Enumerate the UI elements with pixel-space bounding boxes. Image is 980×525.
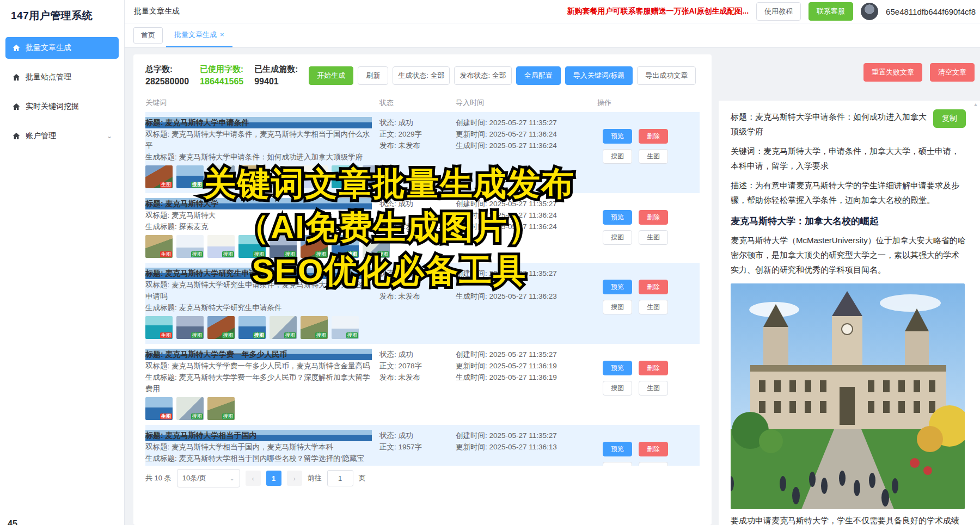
article-double-title: 双标题: 麦克马斯特大学研究生申请条件，麦克马斯特大学研究生容易申请吗 bbox=[145, 279, 372, 302]
search-image-tag: 搜图 bbox=[284, 251, 296, 257]
search-image-tag: 搜图 bbox=[315, 332, 327, 338]
generate-image-button[interactable]: 生图 bbox=[639, 381, 668, 396]
col-import-time: 导入时间 bbox=[456, 98, 597, 108]
clear-articles-button[interactable]: 清空文章 bbox=[930, 63, 975, 82]
time-cell: 创建时间: 2025-05-27 11:35:27更新时间: 2025-05-2… bbox=[456, 430, 597, 466]
tutorial-button[interactable]: 使用教程 bbox=[756, 2, 801, 21]
sidebar-item-keyword-mining[interactable]: 实时关键词挖掘 bbox=[5, 96, 119, 118]
start-generate-button[interactable]: 开始生成 bbox=[309, 66, 353, 85]
publish-status-select[interactable]: 发布状态: 全部 bbox=[454, 66, 511, 85]
search-image-tag: 搜图 bbox=[346, 251, 358, 257]
search-image-button[interactable]: 搜图 bbox=[603, 149, 632, 164]
article-thumbnail[interactable]: 搜图 bbox=[363, 165, 390, 188]
article-thumbnail[interactable]: 生图 bbox=[145, 316, 173, 339]
breadcrumb: 批量文章生成 bbox=[134, 7, 180, 16]
article-thumbnail[interactable]: 生图 bbox=[145, 235, 173, 258]
sidebar-item-batch-article[interactable]: 批量文章生成 bbox=[5, 37, 119, 59]
sidebar-item-label: 批量站点管理 bbox=[26, 72, 71, 82]
article-thumbnail[interactable]: 搜图 bbox=[238, 316, 266, 339]
search-image-button[interactable]: 搜图 bbox=[603, 300, 632, 314]
next-page-button[interactable]: › bbox=[287, 471, 302, 486]
export-success-button[interactable]: 导出成功文章 bbox=[637, 66, 696, 85]
delete-button[interactable]: 删除 bbox=[639, 210, 668, 225]
article-title: 标题: 麦克马斯特大学研究生申请条件 bbox=[145, 268, 372, 279]
home-icon bbox=[12, 102, 21, 111]
article-thumbnail[interactable]: 搜图 bbox=[238, 235, 266, 258]
current-page[interactable]: 1 bbox=[266, 471, 281, 486]
article-thumbnail[interactable]: 搜图 bbox=[301, 235, 328, 258]
article-thumbnail[interactable]: 搜图 bbox=[363, 235, 390, 258]
col-keyword: 关键词 bbox=[145, 98, 379, 108]
search-image-tag: 搜图 bbox=[191, 413, 203, 419]
article-row: 标题: 麦克马斯特大学相当于国内双标题: 麦克马斯特大学相当于国内，麦克马斯特大… bbox=[145, 425, 700, 466]
per-page-select[interactable]: 10条/页 ⌄ bbox=[177, 469, 240, 487]
article-generated-title: 生成标题: 麦克马斯特大学申请条件：如何成功进入加拿大顶级学府 bbox=[145, 151, 372, 163]
preview-button[interactable]: 预览 bbox=[603, 129, 632, 144]
refresh-button[interactable]: 刷新 bbox=[358, 66, 388, 85]
tab-batch-article[interactable]: 批量文章生成× bbox=[166, 26, 232, 47]
search-image-tag: 搜图 bbox=[191, 251, 203, 257]
status-cell: 状态: 成功正文: 2078字发布: 未发布 bbox=[379, 349, 456, 420]
global-config-button[interactable]: 全局配置 bbox=[516, 66, 561, 85]
generate-image-button[interactable]: 生图 bbox=[639, 230, 668, 245]
goto-unit: 页 bbox=[359, 473, 366, 483]
article-thumbnail[interactable]: 生图 bbox=[145, 165, 173, 188]
contact-support-button[interactable]: 联系客服 bbox=[808, 2, 853, 21]
article-thumbnail[interactable]: 生图 bbox=[145, 397, 173, 420]
article-thumbnail[interactable]: 搜图 bbox=[207, 316, 235, 339]
article-thumbnail[interactable]: 搜图 bbox=[270, 165, 297, 188]
generate-image-button[interactable]: 生图 bbox=[639, 462, 668, 466]
article-thumbnail[interactable]: 搜图 bbox=[270, 316, 297, 339]
search-image-tag: 搜图 bbox=[315, 182, 327, 188]
search-image-tag: 搜图 bbox=[253, 251, 265, 257]
article-thumbnail[interactable]: 搜图 bbox=[332, 316, 359, 339]
import-keywords-button[interactable]: 导入关键词/标题 bbox=[565, 66, 633, 85]
preview-button[interactable]: 预览 bbox=[603, 361, 632, 375]
article-thumbnail[interactable]: 搜图 bbox=[207, 165, 235, 188]
delete-button[interactable]: 删除 bbox=[639, 280, 668, 294]
article-thumbnail[interactable]: 搜图 bbox=[176, 397, 204, 420]
tab-home[interactable]: 首页 bbox=[133, 27, 163, 44]
article-thumbnail[interactable]: 搜图 bbox=[176, 165, 204, 188]
article-thumbnail[interactable]: 搜图 bbox=[207, 397, 235, 420]
article-thumbnail[interactable]: 搜图 bbox=[332, 235, 359, 258]
article-thumbnail[interactable]: 搜图 bbox=[270, 235, 297, 258]
article-row: 标题: 麦克马斯特大学研究生申请条件双标题: 麦克马斯特大学研究生申请条件，麦克… bbox=[145, 263, 700, 344]
home-icon bbox=[12, 132, 21, 140]
stat-used-words: 已使用字数: 186441565 bbox=[200, 64, 243, 87]
copy-button[interactable]: 复制 bbox=[933, 109, 966, 128]
search-image-button[interactable]: 搜图 bbox=[603, 230, 632, 245]
article-thumbnail[interactable]: 搜图 bbox=[301, 165, 328, 188]
generate-image-button[interactable]: 生图 bbox=[639, 300, 668, 314]
generate-status-select[interactable]: 生成状态: 全部 bbox=[393, 66, 450, 85]
delete-button[interactable]: 删除 bbox=[639, 129, 668, 144]
article-thumbnail[interactable]: 搜图 bbox=[238, 165, 266, 188]
sidebar-item-batch-site[interactable]: 批量站点管理 bbox=[5, 66, 119, 88]
close-icon[interactable]: × bbox=[220, 30, 224, 39]
page-goto-input[interactable] bbox=[327, 470, 353, 486]
reset-failed-button[interactable]: 重置失败文章 bbox=[863, 63, 922, 82]
topbar-right: 新购套餐用户可联系客服赠送一万张AI原创生成配图... 使用教程 联系客服 65… bbox=[567, 2, 976, 21]
article-thumbnail[interactable]: 搜图 bbox=[301, 316, 328, 339]
scrollbar[interactable]: ▲ bbox=[973, 102, 978, 167]
avatar[interactable] bbox=[861, 3, 878, 20]
promo-notice[interactable]: 新购套餐用户可联系客服赠送一万张AI原创生成配图... bbox=[567, 7, 749, 16]
delete-button[interactable]: 删除 bbox=[639, 442, 668, 456]
generate-image-button[interactable]: 生图 bbox=[639, 149, 668, 164]
prev-page-button[interactable]: ‹ bbox=[246, 471, 261, 486]
article-thumbnail[interactable]: 搜图 bbox=[176, 235, 204, 258]
search-image-button[interactable]: 搜图 bbox=[603, 462, 632, 466]
preview-button[interactable]: 预览 bbox=[603, 210, 632, 225]
pagination-total: 共 10 条 bbox=[145, 473, 171, 483]
search-image-button[interactable]: 搜图 bbox=[603, 381, 632, 396]
sidebar-item-account[interactable]: 账户管理 ⌄ bbox=[5, 125, 119, 147]
article-thumbnail[interactable]: 搜图 bbox=[176, 316, 204, 339]
topbar: 批量文章生成 新购套餐用户可联系客服赠送一万张AI原创生成配图... 使用教程 … bbox=[124, 0, 980, 23]
preview-button[interactable]: 预览 bbox=[603, 442, 632, 456]
article-thumbnail[interactable]: 搜图 bbox=[332, 165, 359, 188]
preview-button[interactable]: 预览 bbox=[603, 280, 632, 294]
delete-button[interactable]: 删除 bbox=[639, 361, 668, 375]
row-word-count: 正文: 2029字 bbox=[379, 128, 456, 140]
article-thumbnail[interactable]: 搜图 bbox=[207, 235, 235, 258]
article-title: 标题: 麦克马斯特大学申请条件 bbox=[145, 117, 372, 128]
